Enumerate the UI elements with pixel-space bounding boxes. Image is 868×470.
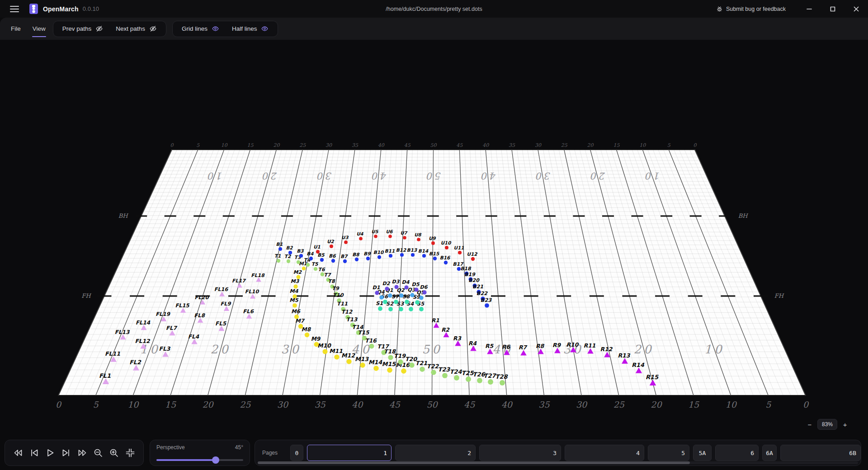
marcher-dot-T27[interactable] [488, 379, 493, 385]
marcher-dot-T19[interactable] [398, 359, 403, 364]
marcher-dot-B6[interactable] [331, 259, 335, 263]
marcher-dot-T18[interactable] [388, 355, 393, 360]
marcher-dot-S8[interactable] [405, 300, 409, 304]
marcher-dot-B14[interactable] [422, 254, 426, 258]
marcher-dot-D4[interactable] [404, 285, 408, 289]
marcher-dot-U10[interactable] [445, 246, 448, 249]
marcher-dot-S7[interactable] [394, 300, 398, 304]
marcher-dot-Q1[interactable] [388, 293, 392, 297]
zoom-out-button[interactable]: − [804, 419, 816, 430]
marcher-dot-B13[interactable] [411, 253, 415, 257]
page-button-6B[interactable]: 6B [780, 445, 861, 461]
pages-scrollbar[interactable] [258, 461, 858, 464]
marcher-dot-B23[interactable] [485, 303, 489, 308]
marcher-dot-U1[interactable] [316, 250, 320, 254]
prev-paths-toggle[interactable]: Prev paths [56, 21, 110, 37]
marcher-dot-D6[interactable] [422, 290, 426, 294]
zoom-in-button[interactable]: + [839, 419, 851, 430]
perspective-slider[interactable] [156, 456, 243, 464]
page-button-5A[interactable]: 5A [693, 445, 712, 461]
marcher-dot-U7[interactable] [403, 236, 406, 240]
marcher-dot-U2[interactable] [330, 244, 333, 248]
marcher-dot-M12[interactable] [346, 359, 351, 364]
marcher-dot-T26[interactable] [477, 378, 482, 383]
marcher-dot-B12[interactable] [400, 253, 404, 257]
marcher-dot-D3[interactable] [394, 285, 398, 289]
marcher-dot-M5[interactable] [292, 303, 297, 308]
marcher-dot-M14[interactable] [373, 366, 379, 371]
marcher-dot-U11[interactable] [458, 251, 462, 254]
marcher-dot-T23[interactable] [442, 373, 448, 378]
page-button-6A[interactable]: 6A [762, 445, 777, 461]
marcher-dot-Q4[interactable] [379, 295, 383, 299]
marcher-dot-S5[interactable] [419, 307, 424, 311]
marcher-dot-U8[interactable] [417, 238, 420, 241]
marcher-dot-M16[interactable] [401, 368, 406, 374]
marcher-dot-S6[interactable] [383, 300, 387, 304]
canvas-zoom-out-button[interactable] [92, 446, 104, 459]
marcher-dot-M10[interactable] [322, 349, 327, 354]
marcher-dot-D5[interactable] [414, 287, 418, 291]
page-button-3[interactable]: 3 [479, 445, 561, 461]
marcher-dot-Q2[interactable] [399, 293, 403, 297]
page-button-0[interactable]: 0 [290, 445, 303, 461]
marcher-dot-D2[interactable] [385, 287, 389, 291]
grid-lines-toggle[interactable]: Grid lines [175, 21, 226, 37]
marcher-dot-B11[interactable] [389, 254, 392, 258]
marcher-dot-Q3[interactable] [410, 293, 414, 297]
marcher-dot-M11[interactable] [334, 354, 339, 359]
marcher-dot-T24[interactable] [454, 375, 459, 381]
marcher-dot-S2[interactable] [388, 307, 393, 311]
marcher-dot-U12[interactable] [471, 257, 475, 261]
next-paths-toggle[interactable]: Next paths [109, 21, 163, 37]
marcher-dot-B15[interactable] [433, 257, 437, 260]
marcher-dot-M13[interactable] [360, 362, 365, 367]
marcher-dot-S3[interactable] [399, 307, 403, 311]
marcher-dot-T2[interactable] [287, 259, 290, 263]
marcher-dot-T16[interactable] [369, 344, 374, 349]
marcher-dot-B9[interactable] [366, 257, 370, 260]
marching-field[interactable]: BHBHFHFH10102020303040405050404030302020… [0, 0, 868, 470]
marcher-dot-S1[interactable] [378, 306, 382, 311]
fit-view-button[interactable] [124, 446, 137, 459]
marcher-dot-B10[interactable] [377, 255, 381, 259]
fast-forward-button[interactable] [76, 446, 89, 459]
marcher-dot-T20[interactable] [409, 362, 414, 367]
marcher-dot-B1[interactable] [278, 247, 282, 251]
pages-scrollbar-thumb[interactable] [258, 461, 690, 464]
page-button-4[interactable]: 4 [565, 445, 644, 461]
marcher-dot-T1[interactable] [277, 259, 280, 263]
marcher-dot-U3[interactable] [344, 240, 348, 244]
window-maximize-button[interactable] [821, 0, 844, 18]
next-page-button[interactable] [60, 446, 72, 459]
menu-file[interactable]: File [10, 24, 22, 34]
slider-thumb[interactable] [212, 456, 219, 464]
marcher-dot-M8[interactable] [305, 333, 310, 338]
marcher-dot-M1[interactable] [302, 267, 306, 271]
marcher-dot-B4[interactable] [309, 257, 313, 260]
menu-view[interactable]: View [32, 24, 47, 34]
window-minimize-button[interactable] [797, 0, 821, 18]
marcher-dot-T25[interactable] [466, 376, 471, 382]
rewind-button[interactable] [12, 446, 24, 459]
play-button[interactable] [44, 446, 57, 459]
marcher-dot-B7[interactable] [343, 259, 347, 263]
marcher-dot-T28[interactable] [500, 380, 505, 385]
marcher-dot-U6[interactable] [388, 235, 392, 238]
marcher-dot-T22[interactable] [431, 370, 436, 375]
canvas-zoom-in-button[interactable] [108, 446, 120, 459]
half-lines-toggle[interactable]: Half lines [226, 21, 275, 37]
marcher-dot-U4[interactable] [359, 237, 363, 240]
marcher-dot-S4[interactable] [409, 307, 413, 311]
marcher-dot-M15[interactable] [387, 367, 392, 373]
marcher-dot-D1[interactable] [375, 291, 379, 295]
marcher-dot-T4[interactable] [306, 263, 310, 267]
page-button-2[interactable]: 2 [395, 445, 476, 461]
marcher-dot-S9[interactable] [415, 300, 420, 305]
page-button-1[interactable]: 1 [307, 445, 392, 461]
window-close-button[interactable] [844, 0, 868, 18]
marcher-dot-B5[interactable] [320, 258, 324, 262]
previous-page-button[interactable] [28, 446, 41, 459]
menu-icon[interactable] [10, 6, 19, 12]
marcher-dot-T21[interactable] [420, 367, 425, 372]
